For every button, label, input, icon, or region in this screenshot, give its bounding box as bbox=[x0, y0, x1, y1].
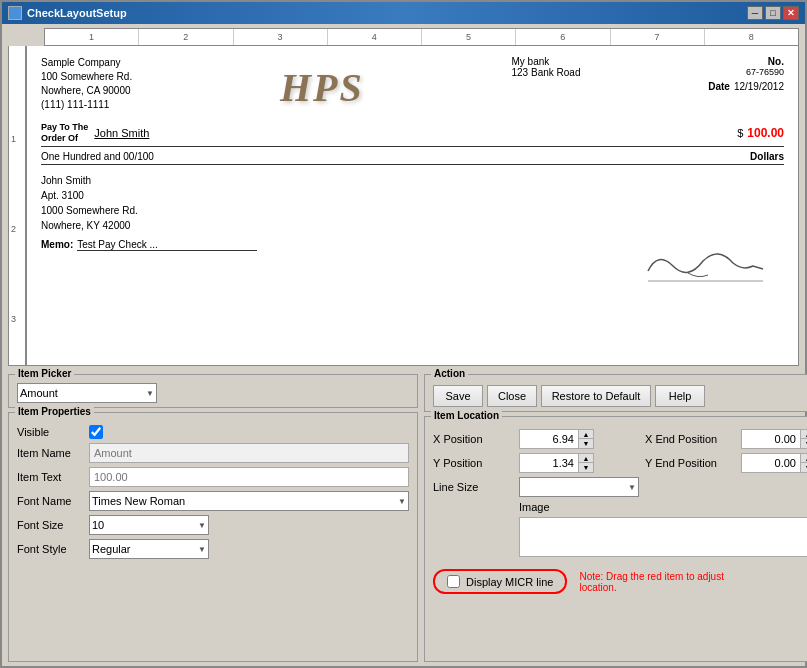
dollar-sign: $ bbox=[737, 127, 743, 139]
minimize-button[interactable]: ─ bbox=[747, 6, 763, 20]
micr-checkbox-wrapper: Display MICR line bbox=[433, 569, 567, 594]
y-position-up[interactable]: ▲ bbox=[579, 454, 593, 463]
font-name-combo-wrapper: Times New Roman Arial Courier New bbox=[89, 491, 409, 511]
font-style-select[interactable]: Regular Bold Italic Bold Italic bbox=[89, 539, 209, 559]
ruler-tick-8: 8 bbox=[705, 29, 798, 45]
y-end-input[interactable] bbox=[741, 453, 801, 473]
font-name-label: Font Name bbox=[17, 495, 89, 507]
visible-row: Visible bbox=[17, 425, 409, 439]
font-style-combo-wrapper: Regular Bold Italic Bold Italic bbox=[89, 539, 209, 559]
addr-line1: John Smith bbox=[41, 173, 784, 188]
company-address1: 100 Somewhere Rd. bbox=[41, 70, 132, 84]
item-text-label: Item Text bbox=[17, 471, 89, 483]
y-end-up[interactable]: ▲ bbox=[801, 454, 807, 463]
y-position-input-wrapper: ▲ ▼ bbox=[519, 453, 613, 473]
font-style-label: Font Style bbox=[17, 543, 89, 555]
font-name-select[interactable]: Times New Roman Arial Courier New bbox=[89, 491, 409, 511]
maximize-button[interactable]: □ bbox=[765, 6, 781, 20]
restore-button[interactable]: Restore to Default bbox=[541, 385, 651, 407]
x-position-input[interactable] bbox=[519, 429, 579, 449]
bank-name: My bank bbox=[512, 56, 550, 67]
action-group: Action Save Close Restore to Default Hel… bbox=[424, 374, 807, 412]
item-text-input[interactable] bbox=[89, 467, 409, 487]
y-end-down[interactable]: ▼ bbox=[801, 463, 807, 472]
image-area bbox=[519, 517, 807, 557]
title-controls: ─ □ ✕ bbox=[747, 6, 799, 20]
micr-label: Display MICR line bbox=[466, 576, 553, 588]
bank-section: My bank 123 Bank Road bbox=[512, 56, 581, 78]
x-position-input-wrapper: ▲ ▼ bbox=[519, 429, 613, 449]
item-picker-row: Amount Pay To Date Check No Written Amou… bbox=[17, 383, 409, 403]
ruler-tick-1: 1 bbox=[45, 29, 139, 45]
micr-note: Note: Drag the red item to adjust locati… bbox=[579, 571, 759, 593]
line-size-label: Line Size bbox=[433, 481, 513, 493]
x-position-up[interactable]: ▲ bbox=[579, 430, 593, 439]
save-button[interactable]: Save bbox=[433, 385, 483, 407]
font-name-row: Font Name Times New Roman Arial Courier … bbox=[17, 491, 409, 511]
y-position-spinners: ▲ ▼ bbox=[579, 453, 594, 473]
font-style-row: Font Style Regular Bold Italic Bold Ital… bbox=[17, 539, 409, 559]
ruler-tick-3: 3 bbox=[234, 29, 328, 45]
x-end-label: X End Position bbox=[645, 433, 735, 445]
right-panel: Action Save Close Restore to Default Hel… bbox=[424, 374, 807, 662]
company-city: Nowhere, CA 90000 bbox=[41, 84, 132, 98]
micr-checkbox[interactable] bbox=[447, 575, 460, 588]
y-end-label: Y End Position bbox=[645, 457, 735, 469]
check-header: Sample Company 100 Somewhere Rd. Nowhere… bbox=[41, 56, 784, 112]
x-end-spinners: ▲ ▼ bbox=[801, 429, 807, 449]
company-phone: (111) 111-1111 bbox=[41, 98, 132, 112]
line-size-select[interactable] bbox=[519, 477, 639, 497]
check-preview-area: 1 2 3 4 5 6 7 8 1 2 3 bbox=[2, 24, 805, 370]
date-label: Date bbox=[708, 81, 730, 92]
item-picker-group: Item Picker Amount Pay To Date Check No … bbox=[8, 374, 418, 408]
item-name-label: Item Name bbox=[17, 447, 89, 459]
x-end-input[interactable] bbox=[741, 429, 801, 449]
dollars-label: Dollars bbox=[750, 151, 784, 162]
written-amount: One Hundred and 00/100 bbox=[41, 151, 154, 162]
item-picker-label: Item Picker bbox=[15, 368, 74, 379]
item-picker-select[interactable]: Amount Pay To Date Check No Written Amou… bbox=[17, 383, 157, 403]
item-picker-combo-wrapper: Amount Pay To Date Check No Written Amou… bbox=[17, 383, 157, 403]
left-panel: Item Picker Amount Pay To Date Check No … bbox=[8, 374, 418, 662]
close-button[interactable]: Close bbox=[487, 385, 537, 407]
payee-name: John Smith bbox=[94, 127, 737, 139]
addr-line4: Nowhere, KY 42000 bbox=[41, 218, 784, 233]
item-text-row: Item Text bbox=[17, 467, 409, 487]
font-size-select[interactable]: 10 8 9 11 12 bbox=[89, 515, 209, 535]
close-window-button[interactable]: ✕ bbox=[783, 6, 799, 20]
item-name-input[interactable] bbox=[89, 443, 409, 463]
check-no-value: 67-76590 bbox=[708, 67, 784, 77]
y-position-down[interactable]: ▼ bbox=[579, 463, 593, 472]
help-button[interactable]: Help bbox=[655, 385, 705, 407]
pay-to-row: Pay To TheOrder Of John Smith $ 100.00 bbox=[41, 122, 784, 147]
date-value: 12/19/2012 bbox=[734, 81, 784, 92]
signature-svg bbox=[638, 241, 768, 286]
memo-label: Memo: bbox=[41, 239, 73, 250]
hps-logo: HPS bbox=[280, 64, 364, 111]
check-number-section: No. 67-76590 Date 12/19/2012 bbox=[708, 56, 784, 92]
x-end-input-wrapper: ▲ ▼ bbox=[741, 429, 807, 449]
y-position-input[interactable] bbox=[519, 453, 579, 473]
window-title: CheckLayoutSetup bbox=[27, 7, 127, 19]
address-block: John Smith Apt. 3100 1000 Somewhere Rd. … bbox=[41, 173, 784, 233]
ruler-tick-5: 5 bbox=[422, 29, 516, 45]
check-paper: Sample Company 100 Somewhere Rd. Nowhere… bbox=[26, 46, 799, 366]
check-no-label: No. bbox=[708, 56, 784, 67]
bank-address: 123 Bank Road bbox=[512, 67, 581, 78]
title-bar: CheckLayoutSetup ─ □ ✕ bbox=[2, 2, 805, 24]
company-name: Sample Company bbox=[41, 56, 132, 70]
item-properties-group: Item Properties Visible Item Name Item T… bbox=[8, 412, 418, 662]
pay-to-label: Pay To TheOrder Of bbox=[41, 122, 88, 144]
visible-checkbox[interactable] bbox=[89, 425, 103, 439]
addr-line2: Apt. 3100 bbox=[41, 188, 784, 203]
x-position-down[interactable]: ▼ bbox=[579, 439, 593, 448]
date-row: Date 12/19/2012 bbox=[708, 81, 784, 92]
visible-label: Visible bbox=[17, 426, 89, 438]
font-size-row: Font Size 10 8 9 11 12 bbox=[17, 515, 409, 535]
item-location-label: Item Location bbox=[431, 410, 502, 421]
x-end-up[interactable]: ▲ bbox=[801, 430, 807, 439]
app-icon bbox=[8, 6, 22, 20]
x-end-down[interactable]: ▼ bbox=[801, 439, 807, 448]
ruler-tick-4: 4 bbox=[328, 29, 422, 45]
action-label: Action bbox=[431, 368, 468, 379]
